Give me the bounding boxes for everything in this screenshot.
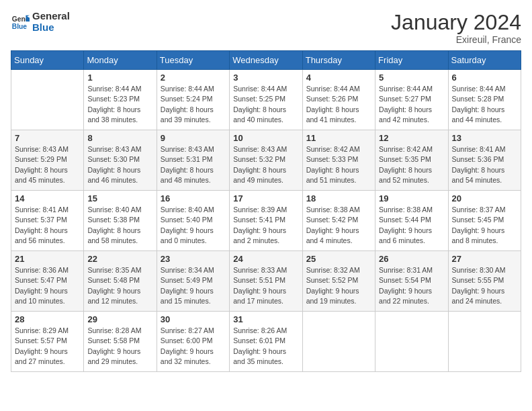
day-detail: Sunrise: 8:28 AM Sunset: 5:58 PM Dayligh…: [87, 326, 152, 367]
calendar-cell: 13Sunrise: 8:41 AM Sunset: 5:36 PM Dayli…: [448, 130, 521, 191]
day-number: 28: [15, 314, 80, 324]
logo-line1: General: [32, 11, 70, 22]
day-number: 5: [379, 73, 444, 83]
calendar-cell: 3Sunrise: 8:44 AM Sunset: 5:25 PM Daylig…: [230, 70, 302, 130]
day-number: 26: [379, 254, 444, 264]
day-detail: Sunrise: 8:44 AM Sunset: 5:23 PM Dayligh…: [87, 84, 152, 125]
day-detail: Sunrise: 8:33 AM Sunset: 5:51 PM Dayligh…: [233, 265, 298, 306]
week-row-5: 28Sunrise: 8:29 AM Sunset: 5:57 PM Dayli…: [11, 312, 521, 372]
column-header-wednesday: Wednesday: [230, 51, 302, 70]
day-detail: Sunrise: 8:27 AM Sunset: 6:00 PM Dayligh…: [161, 326, 226, 367]
calendar-cell: 9Sunrise: 8:43 AM Sunset: 5:31 PM Daylig…: [157, 130, 229, 191]
day-number: 13: [452, 133, 517, 143]
column-header-tuesday: Tuesday: [157, 51, 229, 70]
day-number: 24: [233, 254, 298, 264]
day-detail: Sunrise: 8:43 AM Sunset: 5:32 PM Dayligh…: [233, 144, 298, 185]
calendar-cell: 25Sunrise: 8:32 AM Sunset: 5:52 PM Dayli…: [302, 251, 375, 312]
day-number: 10: [233, 133, 298, 143]
day-detail: Sunrise: 8:42 AM Sunset: 5:35 PM Dayligh…: [379, 144, 444, 185]
day-number: 22: [87, 254, 152, 264]
calendar-cell: [448, 312, 521, 372]
calendar-cell: 5Sunrise: 8:44 AM Sunset: 5:27 PM Daylig…: [375, 70, 448, 130]
day-number: 7: [15, 133, 80, 143]
day-detail: Sunrise: 8:43 AM Sunset: 5:30 PM Dayligh…: [87, 144, 152, 185]
day-detail: Sunrise: 8:44 AM Sunset: 5:28 PM Dayligh…: [452, 84, 517, 125]
calendar-cell: 30Sunrise: 8:27 AM Sunset: 6:00 PM Dayli…: [157, 312, 229, 372]
week-row-4: 21Sunrise: 8:36 AM Sunset: 5:47 PM Dayli…: [11, 251, 521, 312]
day-number: 21: [15, 254, 80, 264]
calendar-cell: 19Sunrise: 8:38 AM Sunset: 5:44 PM Dayli…: [375, 191, 448, 251]
calendar-cell: 15Sunrise: 8:40 AM Sunset: 5:38 PM Dayli…: [84, 191, 157, 251]
calendar-cell: 22Sunrise: 8:35 AM Sunset: 5:48 PM Dayli…: [84, 251, 157, 312]
page-header: General Blue General Blue January 2024 E…: [11, 11, 521, 45]
day-detail: Sunrise: 8:35 AM Sunset: 5:48 PM Dayligh…: [87, 265, 152, 306]
title-block: January 2024 Exireuil, France: [391, 11, 521, 45]
day-detail: Sunrise: 8:31 AM Sunset: 5:54 PM Dayligh…: [379, 265, 444, 306]
column-header-saturday: Saturday: [448, 51, 521, 70]
day-detail: Sunrise: 8:34 AM Sunset: 5:49 PM Dayligh…: [161, 265, 226, 306]
day-detail: Sunrise: 8:41 AM Sunset: 5:37 PM Dayligh…: [15, 205, 80, 246]
calendar-cell: 28Sunrise: 8:29 AM Sunset: 5:57 PM Dayli…: [11, 312, 84, 372]
day-detail: Sunrise: 8:40 AM Sunset: 5:38 PM Dayligh…: [87, 205, 152, 246]
calendar-cell: 27Sunrise: 8:30 AM Sunset: 5:55 PM Dayli…: [448, 251, 521, 312]
calendar-cell: 24Sunrise: 8:33 AM Sunset: 5:51 PM Dayli…: [230, 251, 302, 312]
day-number: 20: [452, 193, 517, 203]
day-number: 11: [306, 133, 371, 143]
calendar-cell: 1Sunrise: 8:44 AM Sunset: 5:23 PM Daylig…: [84, 70, 157, 130]
calendar-cell: 31Sunrise: 8:26 AM Sunset: 6:01 PM Dayli…: [230, 312, 302, 372]
column-header-sunday: Sunday: [11, 51, 84, 70]
day-detail: Sunrise: 8:37 AM Sunset: 5:45 PM Dayligh…: [452, 205, 517, 246]
day-number: 14: [15, 193, 80, 203]
calendar: SundayMondayTuesdayWednesdayThursdayFrid…: [11, 50, 521, 372]
day-detail: Sunrise: 8:44 AM Sunset: 5:25 PM Dayligh…: [233, 84, 298, 125]
day-detail: Sunrise: 8:26 AM Sunset: 6:01 PM Dayligh…: [233, 326, 298, 367]
day-number: 6: [452, 73, 517, 83]
day-detail: Sunrise: 8:38 AM Sunset: 5:44 PM Dayligh…: [379, 205, 444, 246]
day-number: 30: [161, 314, 226, 324]
day-number: 25: [306, 254, 371, 264]
day-number: 9: [161, 133, 226, 143]
calendar-cell: 16Sunrise: 8:40 AM Sunset: 5:40 PM Dayli…: [157, 191, 229, 251]
calendar-cell: 4Sunrise: 8:44 AM Sunset: 5:26 PM Daylig…: [302, 70, 375, 130]
day-detail: Sunrise: 8:32 AM Sunset: 5:52 PM Dayligh…: [306, 265, 371, 306]
day-number: 4: [306, 73, 371, 83]
day-number: 29: [87, 314, 152, 324]
day-detail: Sunrise: 8:30 AM Sunset: 5:55 PM Dayligh…: [452, 265, 517, 306]
day-number: 8: [87, 133, 152, 143]
column-header-monday: Monday: [84, 51, 157, 70]
calendar-cell: 23Sunrise: 8:34 AM Sunset: 5:49 PM Dayli…: [157, 251, 229, 312]
calendar-cell: [375, 312, 448, 372]
calendar-cell: 6Sunrise: 8:44 AM Sunset: 5:28 PM Daylig…: [448, 70, 521, 130]
calendar-cell: 18Sunrise: 8:38 AM Sunset: 5:42 PM Dayli…: [302, 191, 375, 251]
calendar-cell: 14Sunrise: 8:41 AM Sunset: 5:37 PM Dayli…: [11, 191, 84, 251]
week-row-2: 7Sunrise: 8:43 AM Sunset: 5:29 PM Daylig…: [11, 130, 521, 191]
svg-text:Blue: Blue: [12, 23, 28, 30]
day-detail: Sunrise: 8:39 AM Sunset: 5:41 PM Dayligh…: [233, 205, 298, 246]
calendar-cell: 11Sunrise: 8:42 AM Sunset: 5:33 PM Dayli…: [302, 130, 375, 191]
calendar-cell: 10Sunrise: 8:43 AM Sunset: 5:32 PM Dayli…: [230, 130, 302, 191]
day-detail: Sunrise: 8:43 AM Sunset: 5:31 PM Dayligh…: [161, 144, 226, 185]
calendar-cell: 8Sunrise: 8:43 AM Sunset: 5:30 PM Daylig…: [84, 130, 157, 191]
calendar-cell: 17Sunrise: 8:39 AM Sunset: 5:41 PM Dayli…: [230, 191, 302, 251]
column-header-friday: Friday: [375, 51, 448, 70]
calendar-cell: 20Sunrise: 8:37 AM Sunset: 5:45 PM Dayli…: [448, 191, 521, 251]
column-header-thursday: Thursday: [302, 51, 375, 70]
day-number: 16: [161, 193, 226, 203]
day-detail: Sunrise: 8:42 AM Sunset: 5:33 PM Dayligh…: [306, 144, 371, 185]
calendar-cell: 26Sunrise: 8:31 AM Sunset: 5:54 PM Dayli…: [375, 251, 448, 312]
calendar-cell: [302, 312, 375, 372]
day-number: 12: [379, 133, 444, 143]
day-number: 2: [161, 73, 226, 83]
day-number: 1: [87, 73, 152, 83]
calendar-cell: 12Sunrise: 8:42 AM Sunset: 5:35 PM Dayli…: [375, 130, 448, 191]
day-detail: Sunrise: 8:38 AM Sunset: 5:42 PM Dayligh…: [306, 205, 371, 246]
day-number: 19: [379, 193, 444, 203]
month-title: January 2024: [391, 11, 521, 34]
day-detail: Sunrise: 8:29 AM Sunset: 5:57 PM Dayligh…: [15, 326, 80, 367]
week-row-3: 14Sunrise: 8:41 AM Sunset: 5:37 PM Dayli…: [11, 191, 521, 251]
day-number: 27: [452, 254, 517, 264]
day-detail: Sunrise: 8:36 AM Sunset: 5:47 PM Dayligh…: [15, 265, 80, 306]
day-detail: Sunrise: 8:44 AM Sunset: 5:27 PM Dayligh…: [379, 84, 444, 125]
location: Exireuil, France: [391, 34, 521, 45]
day-detail: Sunrise: 8:40 AM Sunset: 5:40 PM Dayligh…: [161, 205, 226, 246]
